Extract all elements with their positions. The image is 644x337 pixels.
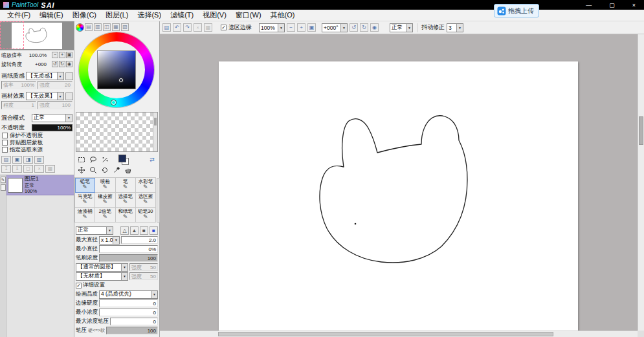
menu-window[interactable]: 窗口(W) <box>231 10 266 20</box>
canvas-viewport[interactable] <box>160 34 638 331</box>
paint-quality-select[interactable]: 4 (品质优先) ▼ <box>99 290 158 299</box>
brush-airbrush[interactable]: 喷枪✎ <box>95 178 115 193</box>
scratchpad-scroll-thumb[interactable] <box>154 118 157 125</box>
menu-layer[interactable]: 图层(L) <box>101 10 133 20</box>
brush-select-eraser[interactable]: 选区擦✎ <box>136 193 156 208</box>
minimize-button[interactable]: — <box>586 2 592 8</box>
hue-cursor[interactable] <box>111 100 116 105</box>
new-layer-mask-button[interactable]: ◨ <box>23 156 33 164</box>
paper-texture-options-button[interactable] <box>65 72 73 80</box>
lasso-tool[interactable] <box>89 155 98 164</box>
brush-watercolor[interactable]: 水彩笔✎ <box>136 178 156 193</box>
navigator-panel[interactable] <box>0 21 74 50</box>
nav-zoom-out-button[interactable]: − <box>52 52 58 58</box>
stabilizer-select[interactable]: 3 ▼ <box>447 23 463 32</box>
brush-paper-pen[interactable]: 和纸笔✎ <box>116 208 136 223</box>
brush-pencil[interactable]: 铅笔✎ <box>75 178 95 193</box>
brush-select-pen[interactable]: 选择笔✎ <box>116 193 136 208</box>
texture-strength-slider[interactable]: 强度 50 <box>129 272 158 280</box>
view-rotate-cw-button[interactable]: ↻ <box>360 23 368 32</box>
eyedropper-tool[interactable] <box>112 166 121 175</box>
brush-pencil30[interactable]: 铅笔30✎ <box>136 208 156 223</box>
color-wheel-tab-icon[interactable] <box>76 24 83 31</box>
diameter-unit-select[interactable]: x 1.0 ▼ <box>99 236 120 245</box>
swap-colors-button[interactable]: ⇄ <box>148 156 157 164</box>
menu-filter[interactable]: 滤镜(T) <box>166 10 198 20</box>
redo-button[interactable]: ↷ <box>183 23 192 32</box>
menu-others[interactable]: 其他(O) <box>266 10 300 20</box>
close-button[interactable]: × <box>632 2 636 8</box>
hand-tool[interactable] <box>124 166 133 175</box>
view-zoom-reset-button[interactable]: ▣ <box>307 23 316 32</box>
menu-edit[interactable]: 编辑(E) <box>35 10 68 20</box>
color-mixer-tab[interactable]: ◫ <box>103 23 111 31</box>
brush-tip-soft-button[interactable]: △ <box>120 226 129 235</box>
layer-misc-button[interactable]: ▦ <box>45 165 55 173</box>
toolbar-blend-select[interactable]: 正常 ▼ <box>390 23 413 32</box>
selection-edge-checkbox[interactable]: ✓ <box>221 25 227 30</box>
max-density-pressure-slider[interactable]: 0 <box>110 318 158 325</box>
nav-rotate-cw-button[interactable]: ↻ <box>59 61 65 67</box>
invert-selection-button[interactable]: ▦ <box>204 23 212 32</box>
material-degree-slider[interactable]: 程度 1 <box>1 101 36 109</box>
opacity-slider[interactable]: 100% <box>32 124 72 131</box>
selection-source-checkbox[interactable] <box>2 147 8 153</box>
vertical-scrollbar[interactable] <box>638 34 644 331</box>
merge-down-button[interactable]: ⇓ <box>12 165 22 173</box>
saturation-value-square[interactable] <box>98 51 135 89</box>
paint-mode-icon[interactable]: ✎ <box>1 177 6 183</box>
brush-density-slider[interactable]: 100 <box>99 254 158 262</box>
delete-layer-button[interactable]: × <box>34 165 44 173</box>
vertical-scroll-thumb[interactable] <box>639 116 643 145</box>
move-tool[interactable] <box>77 166 86 175</box>
brush-blend-select[interactable]: 正常 ▼ <box>76 226 113 235</box>
menu-image[interactable]: 图像(C) <box>68 10 101 20</box>
current-color-display[interactable] <box>118 155 129 165</box>
clipping-mask-checkbox[interactable] <box>2 140 8 146</box>
scratchpad-panel[interactable] <box>76 112 158 152</box>
drag-upload-button[interactable]: 拖拽上传 <box>494 4 539 17</box>
rgb-slider-tab[interactable]: ▤ <box>85 23 93 31</box>
horizontal-scrollbar[interactable] <box>160 331 638 337</box>
brush-tip-texture-button[interactable]: ■ <box>150 226 158 235</box>
paper-texture-select[interactable]: 【无质感】 ▼ <box>26 72 64 80</box>
brush-eraser[interactable]: 橡皮擦✎ <box>95 193 115 208</box>
nav-zoom-reset-button[interactable]: ▣ <box>66 52 72 58</box>
brush-pen[interactable]: 笔✎ <box>116 178 136 193</box>
sv-cursor[interactable] <box>119 78 123 82</box>
brush-bucket[interactable]: 油漆桶✎ <box>75 208 95 223</box>
material-effect-options-button[interactable] <box>65 92 73 100</box>
swatches-tab[interactable]: ▦ <box>112 23 120 31</box>
undo-button[interactable]: ↶ <box>173 23 181 32</box>
menu-file[interactable]: 文件(F) <box>3 10 35 20</box>
navigator-viewport-rect[interactable] <box>0 21 24 49</box>
advanced-settings-checkbox[interactable]: ✓ <box>76 283 82 288</box>
horizontal-scroll-thumb[interactable] <box>218 332 553 336</box>
new-layer-button[interactable]: ▤ <box>1 156 11 164</box>
paint-mode-2-icon[interactable] <box>1 184 6 191</box>
view-rotate-ccw-button[interactable]: ↺ <box>350 23 358 32</box>
pen-pressure-slider[interactable]: 100 <box>106 327 158 334</box>
material-effect-select[interactable]: 【无效果】 ▼ <box>26 92 64 100</box>
scratchpad-scrollbar[interactable] <box>153 113 157 151</box>
hue-ring[interactable] <box>79 32 154 107</box>
view-angle-select[interactable]: +000° ▼ <box>322 23 348 32</box>
brush-marker[interactable]: 马克笔✎ <box>75 193 95 208</box>
paper-strength-slider[interactable]: 强度 20 <box>38 81 72 89</box>
brush-texture-select[interactable]: 【无材质】 ▼ <box>76 272 128 281</box>
edge-hardness-slider[interactable]: 0 <box>99 299 158 307</box>
rotate-canvas-tool[interactable] <box>100 166 109 175</box>
view-zoom-select[interactable]: 100% ▼ <box>259 23 285 32</box>
brush-tip-flat-button[interactable]: ■ <box>140 226 148 235</box>
layer-effect-button[interactable]: ▥ <box>34 156 44 164</box>
hsv-slider-tab[interactable]: ▥ <box>94 23 102 31</box>
view-zoom-out-button[interactable]: − <box>287 23 295 32</box>
blend-mode-select[interactable]: 正常 ▼ <box>32 114 72 122</box>
scratchpad-tab[interactable]: ▧ <box>121 23 129 31</box>
shape-strength-slider[interactable]: 强度 50 <box>129 263 158 271</box>
menu-select[interactable]: 选择(S) <box>133 10 166 20</box>
paper-scale-slider[interactable]: 倍率 100% <box>1 81 36 89</box>
min-density-slider[interactable]: 0 <box>99 309 158 316</box>
min-diameter-slider[interactable]: 0% <box>99 245 158 253</box>
zoom-tool[interactable] <box>89 166 98 175</box>
